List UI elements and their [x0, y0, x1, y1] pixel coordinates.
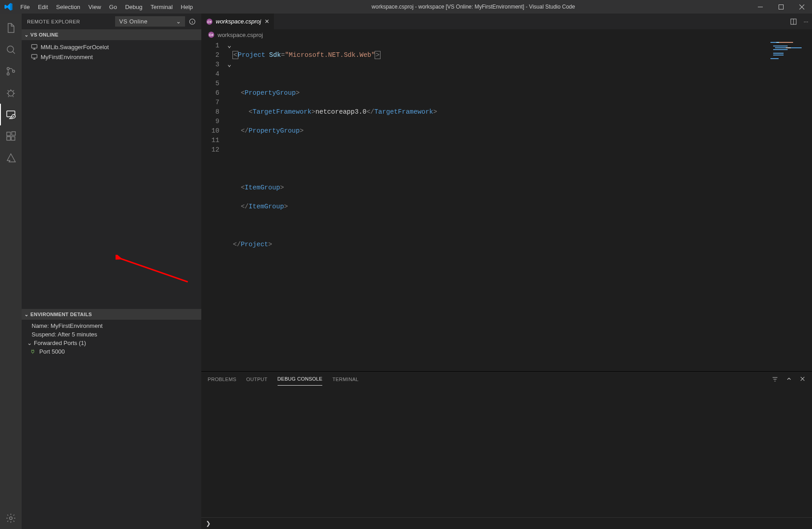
- svg-rect-1: [779, 5, 783, 9]
- tree-item-label: MyFirstEnvironment: [41, 54, 93, 60]
- bottom-panel: PROBLEMS OUTPUT DEBUG CONSOLE TERMINAL ❯: [201, 371, 812, 529]
- info-icon[interactable]: [189, 18, 196, 25]
- prompt-chevron-icon: ❯: [206, 520, 211, 527]
- forwarded-ports-label: Forwarded Ports (1): [34, 340, 86, 346]
- more-actions-icon[interactable]: ···: [803, 18, 808, 25]
- line-number-gutter: 1 2 3 4 5 6 7 8 9 10 11 12: [201, 40, 226, 371]
- code-content[interactable]: <Project Sdk="Microsoft.NET.Sdk.Web"> <P…: [233, 40, 812, 371]
- svg-rect-0: [758, 7, 763, 7]
- menu-bar: File Edit Selection View Go Debug Termin…: [16, 1, 197, 13]
- panel-tab-problems[interactable]: PROBLEMS: [208, 373, 237, 386]
- svg-rect-9: [7, 132, 10, 136]
- editor-actions: ···: [790, 14, 812, 29]
- dropdown-value: VS Online: [119, 18, 148, 25]
- search-icon[interactable]: [0, 39, 22, 60]
- chevron-up-icon[interactable]: [786, 376, 792, 383]
- port-row[interactable]: Port 5000: [22, 347, 201, 356]
- tree-item-label: MMLib.SwaggerForOcelot: [41, 44, 109, 51]
- remote-explorer-icon[interactable]: [0, 104, 22, 125]
- menu-go[interactable]: Go: [105, 1, 121, 13]
- section-label: VS ONLINE: [30, 32, 58, 37]
- editor-tabs: C# workspace.csproj ✕ ···: [201, 14, 812, 29]
- sidebar-header: REMOTE EXPLORER VS Online ⌄: [22, 14, 201, 29]
- menu-help[interactable]: Help: [177, 1, 197, 13]
- tab-workspace-csproj[interactable]: C# workspace.csproj ✕: [201, 14, 274, 29]
- panel-tab-debug-console[interactable]: DEBUG CONSOLE: [278, 373, 323, 386]
- debug-console-input-row: ❯: [201, 517, 812, 529]
- svg-point-6: [8, 91, 14, 96]
- window-title: workspace.csproj - workspace [VS Online:…: [197, 4, 750, 10]
- fold-icon[interactable]: ⌄: [226, 41, 233, 51]
- section-envdetails-header[interactable]: ⌄ ENVIRONMENT DETAILS: [22, 309, 201, 320]
- svg-rect-12: [12, 132, 15, 135]
- titlebar: File Edit Selection View Go Debug Termin…: [0, 0, 812, 14]
- fold-icon[interactable]: ⌄: [226, 60, 233, 69]
- minimap[interactable]: [770, 41, 811, 59]
- menu-debug[interactable]: Debug: [121, 1, 146, 13]
- window-controls: [750, 0, 812, 14]
- section-vsonline-header[interactable]: ⌄ VS ONLINE: [22, 29, 201, 40]
- close-panel-icon[interactable]: [799, 376, 806, 383]
- debug-icon[interactable]: [0, 82, 22, 104]
- env-item-mmlib[interactable]: MMLib.SwaggerForOcelot: [22, 42, 201, 52]
- extensions-icon[interactable]: [0, 125, 22, 147]
- settings-gear-icon[interactable]: [0, 507, 22, 529]
- tab-label: workspace.csproj: [216, 18, 261, 25]
- split-editor-icon[interactable]: [790, 18, 797, 25]
- maximize-button[interactable]: [770, 0, 791, 14]
- section-label: ENVIRONMENT DETAILS: [30, 312, 92, 317]
- environment-details-section: ⌄ ENVIRONMENT DETAILS Name: MyFirstEnvir…: [22, 309, 201, 529]
- fold-gutter: ⌄ ⌄: [226, 40, 233, 371]
- debug-console-input[interactable]: [214, 520, 812, 527]
- close-button[interactable]: [791, 0, 812, 14]
- forwarded-ports-row[interactable]: ⌄ Forwarded Ports (1): [22, 339, 201, 347]
- menu-selection[interactable]: Selection: [52, 1, 84, 13]
- svg-point-2: [7, 46, 14, 52]
- source-control-icon[interactable]: [0, 60, 22, 82]
- svg-rect-11: [11, 137, 15, 140]
- close-tab-icon[interactable]: ✕: [264, 18, 269, 25]
- menu-file[interactable]: File: [16, 1, 34, 13]
- chevron-down-icon: ⌄: [176, 18, 181, 25]
- svg-point-5: [13, 70, 15, 73]
- svg-point-4: [7, 73, 9, 75]
- vscode-logo-icon: [5, 2, 14, 11]
- plug-icon: [30, 349, 36, 354]
- monitor-icon: [31, 53, 38, 60]
- menu-view[interactable]: View: [84, 1, 105, 13]
- env-suspend: Suspend: After 5 minutes: [22, 330, 201, 339]
- menu-edit[interactable]: Edit: [34, 1, 52, 13]
- sidebar-title: REMOTE EXPLORER: [27, 19, 115, 24]
- explorer-icon[interactable]: [0, 17, 22, 39]
- breadcrumb-label: workspace.csproj: [218, 32, 263, 38]
- panel-tabs: PROBLEMS OUTPUT DEBUG CONSOLE TERMINAL: [201, 372, 812, 386]
- debug-console-body[interactable]: ❯: [201, 386, 812, 529]
- chevron-down-icon: ⌄: [24, 32, 28, 38]
- svg-rect-16: [32, 55, 37, 58]
- chevron-down-icon: ⌄: [27, 340, 32, 346]
- chevron-down-icon: ⌄: [24, 312, 28, 317]
- environments-tree: MMLib.SwaggerForOcelot MyFirstEnvironmen…: [22, 40, 201, 64]
- panel-tab-output[interactable]: OUTPUT: [246, 373, 268, 386]
- breadcrumb[interactable]: C# workspace.csproj: [201, 29, 812, 40]
- svg-point-3: [7, 68, 9, 70]
- remote-kind-dropdown[interactable]: VS Online ⌄: [115, 16, 185, 27]
- port-label: Port 5000: [39, 348, 65, 355]
- panel-tab-terminal[interactable]: TERMINAL: [332, 373, 358, 386]
- filter-icon[interactable]: [771, 376, 779, 383]
- activity-bar: [0, 14, 22, 529]
- svg-rect-15: [32, 45, 37, 48]
- monitor-icon: [31, 43, 38, 51]
- minimize-button[interactable]: [750, 0, 770, 14]
- editor-group: C# workspace.csproj ✕ ··· C# workspace.c…: [201, 14, 812, 529]
- svg-rect-10: [7, 137, 10, 140]
- env-item-myfirst[interactable]: MyFirstEnvironment: [22, 52, 201, 62]
- code-editor[interactable]: 1 2 3 4 5 6 7 8 9 10 11 12 ⌄ ⌄ <Project …: [201, 40, 812, 371]
- azure-icon[interactable]: [0, 147, 22, 169]
- svg-text:C#: C#: [207, 19, 212, 23]
- csproj-file-icon: C#: [206, 18, 213, 25]
- menu-terminal[interactable]: Terminal: [146, 1, 176, 13]
- csproj-file-icon: C#: [208, 31, 215, 38]
- sidebar: REMOTE EXPLORER VS Online ⌄ ⌄ VS ONLINE …: [22, 14, 201, 529]
- svg-point-13: [9, 517, 12, 520]
